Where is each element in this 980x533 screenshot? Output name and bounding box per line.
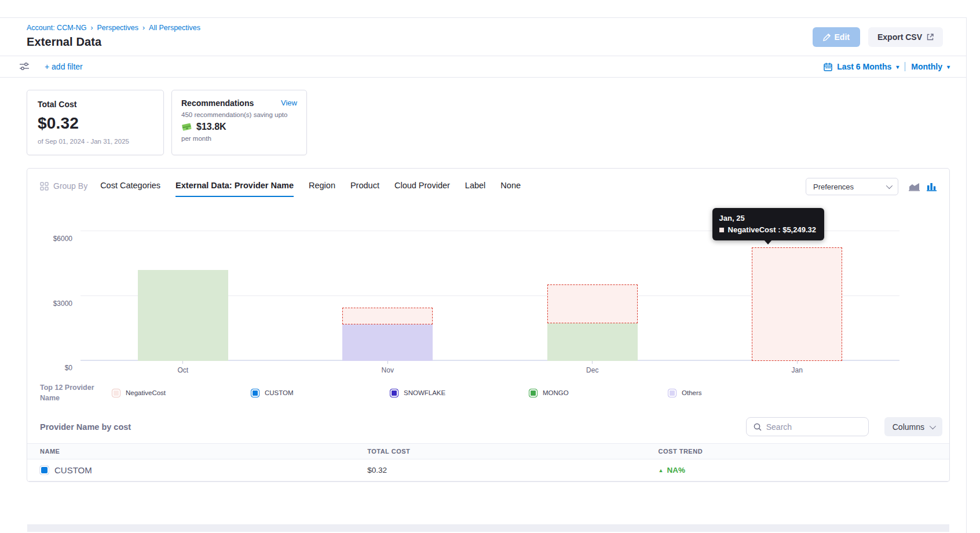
search-icon	[754, 423, 762, 431]
chevron-down-icon	[886, 182, 893, 189]
bar-segment-negativecost-dec[interactable]	[547, 284, 638, 323]
screen: Account: CCM-NG › Perspectives › All Per…	[0, 0, 980, 533]
total-cost-period: of Sep 01, 2024 - Jan 31, 2025	[38, 138, 153, 145]
recommendations-frequency: per month	[181, 135, 297, 142]
recommendations-card: Recommendations View 450 recommendation(…	[171, 90, 307, 155]
chevron-right-icon: ›	[142, 24, 145, 32]
column-header-name[interactable]: NAME	[40, 448, 367, 455]
chart-tooltip: Jan, 25 NegativeCost : $5,249.32	[712, 208, 824, 240]
tab-label[interactable]: Label	[465, 181, 485, 197]
chart-legend: Top 12 Provider Name NegativeCost CUSTOM…	[27, 374, 949, 409]
bar-slot-nov	[286, 211, 491, 361]
legend-swatch-mongo	[529, 389, 537, 397]
recommendations-view-link[interactable]: View	[281, 98, 297, 107]
legend-item-others[interactable]: Others	[668, 389, 807, 397]
table-search	[746, 417, 869, 436]
column-header-cost-trend[interactable]: COST TREND	[659, 448, 949, 455]
export-csv-button[interactable]: Export CSV	[868, 27, 943, 47]
bar-segment-negativecost-nov[interactable]	[342, 308, 433, 324]
tab-cloud-provider[interactable]: Cloud Provider	[394, 181, 450, 197]
legend-swatch-custom	[251, 389, 259, 397]
row-total-cost: $0.32	[367, 466, 658, 474]
x-axis-label-oct: Oct	[177, 366, 188, 374]
legend-item-snowflake[interactable]: SNOWFLAKE	[390, 389, 529, 397]
tab-cost-categories[interactable]: Cost Categories	[100, 181, 160, 197]
legend-swatch-negativecost	[112, 389, 120, 397]
date-range-selector[interactable]: Last 6 Months ▾	[824, 62, 899, 71]
calendar-icon	[824, 63, 832, 71]
next-row-partial	[27, 524, 949, 532]
x-axis-labels: OctNovDecJan	[81, 361, 899, 374]
x-axis-tick	[182, 361, 183, 364]
total-cost-card: Total Cost $0.32 of Sep 01, 2024 - Jan 3…	[27, 90, 164, 155]
bar-segment-negativecost-jan[interactable]	[752, 247, 842, 361]
stacked-bar-chart: $6000 $3000 $0 Jan, 25 NegativeCost : $5…	[81, 211, 899, 361]
breadcrumb-perspectives[interactable]: Perspectives	[97, 24, 139, 32]
tooltip-value: NegativeCost : $5,249.32	[728, 225, 816, 234]
breadcrumb-account[interactable]: Account: CCM-NG	[27, 24, 87, 32]
vertical-separator	[905, 62, 905, 71]
tab-region[interactable]: Region	[309, 181, 335, 197]
y-axis-tick-3000: $3000	[53, 300, 72, 308]
row-provider-name: CUSTOM	[54, 465, 92, 475]
group-by-bar: Group By Cost Categories External Data: …	[27, 169, 949, 200]
preferences-dropdown[interactable]: Preferences	[806, 178, 898, 195]
breadcrumb-all-perspectives[interactable]: All Perspectives	[149, 24, 200, 32]
search-input[interactable]	[766, 422, 853, 432]
bar-chart-toggle-icon[interactable]	[927, 182, 937, 191]
recommendations-description: 450 recommendation(s) saving upto	[181, 111, 297, 118]
perspective-main-card: Group By Cost Categories External Data: …	[27, 168, 950, 482]
edit-button[interactable]: Edit	[813, 27, 860, 47]
tab-external-data-provider-name[interactable]: External Data: Provider Name	[175, 181, 294, 197]
row-cost-trend: NA%	[667, 466, 686, 474]
bar-segment-mongo-oct[interactable]	[138, 270, 228, 361]
tooltip-title: Jan, 25	[719, 214, 816, 222]
filter-bar: + add filter Last 6 Months ▾ Monthly ▾	[0, 56, 966, 77]
tab-product[interactable]: Product	[350, 181, 379, 197]
pencil-icon	[823, 34, 831, 41]
legend-item-custom[interactable]: CUSTOM	[251, 389, 390, 397]
table-toolbar: Provider Name by cost Columns	[27, 409, 949, 443]
filter-divider	[0, 77, 966, 78]
bar-segment-mongo-dec[interactable]	[547, 323, 638, 361]
x-axis-tick	[387, 361, 388, 364]
caret-down-icon: ▾	[896, 64, 899, 70]
breadcrumb: Account: CCM-NG › Perspectives › All Per…	[27, 24, 200, 32]
legend-title: Top 12 Provider Name	[40, 382, 104, 403]
bar-segment-snowflake-nov[interactable]	[342, 324, 433, 361]
x-axis-tick	[592, 361, 593, 364]
bar-slot-oct	[81, 211, 286, 361]
savings-money-icon	[181, 122, 192, 132]
recommendations-amount: $13.8K	[196, 122, 226, 132]
chevron-down-icon	[930, 423, 936, 429]
filter-sliders-icon[interactable]	[19, 62, 30, 71]
window-top-margin	[0, 0, 980, 17]
x-axis-label-dec: Dec	[586, 366, 598, 374]
chevron-right-icon: ›	[91, 24, 93, 32]
app-frame: Account: CCM-NG › Perspectives › All Per…	[0, 17, 967, 533]
tooltip-arrow	[764, 240, 772, 244]
table-row-custom[interactable]: CUSTOM $0.32 ▲ NA%	[27, 459, 949, 481]
tab-none[interactable]: None	[500, 181, 521, 197]
column-header-total-cost[interactable]: TOTAL COST	[367, 448, 658, 455]
bar-slot-dec	[490, 211, 695, 361]
legend-item-negativecost[interactable]: NegativeCost	[112, 389, 251, 397]
columns-button[interactable]: Columns	[884, 417, 942, 436]
page-title: External Data	[27, 35, 200, 49]
legend-item-mongo[interactable]: MONGO	[529, 389, 668, 397]
summary-cards: Total Cost $0.32 of Sep 01, 2024 - Jan 3…	[27, 90, 966, 155]
group-by-label: Group By	[40, 181, 87, 196]
y-axis-tick-6000: $6000	[53, 235, 72, 243]
x-axis-tick	[797, 361, 798, 364]
add-filter-button[interactable]: + add filter	[45, 62, 83, 71]
granularity-selector[interactable]: Monthly ▾	[911, 62, 950, 71]
area-chart-toggle-icon[interactable]	[909, 182, 920, 191]
total-cost-value: $0.32	[38, 114, 153, 133]
x-axis-label-jan: Jan	[792, 366, 803, 374]
recommendations-title: Recommendations	[181, 98, 297, 108]
group-by-tabs: Cost Categories External Data: Provider …	[100, 181, 521, 197]
page-header: Account: CCM-NG › Perspectives › All Per…	[0, 18, 966, 56]
table-header-row: NAME TOTAL COST COST TREND	[27, 443, 949, 459]
grid-icon	[40, 182, 49, 191]
y-axis-tick-0: $0	[65, 364, 72, 372]
